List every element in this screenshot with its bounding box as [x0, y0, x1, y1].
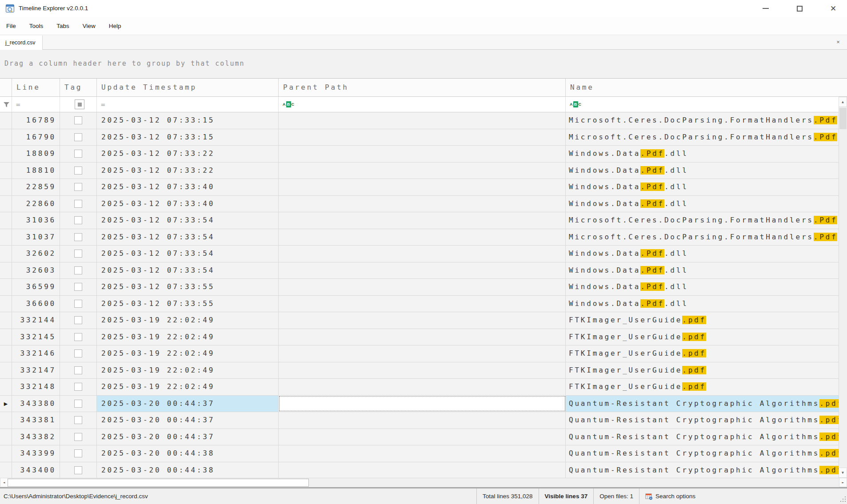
table-row[interactable]: 188092025-03-12 07:33:22Windows.Data.Pdf… [0, 146, 839, 163]
tag-checkbox[interactable] [74, 250, 82, 258]
name-cell[interactable]: Windows.Data.Pdf.dll [566, 262, 839, 279]
tag-checkbox[interactable] [74, 366, 82, 374]
minimize-button[interactable] [755, 0, 776, 17]
column-header-parent-path[interactable]: Parent Path [279, 79, 566, 96]
name-cell[interactable]: Quantum-Resistant Cryptographic Algorith… [566, 396, 839, 412]
name-cell[interactable]: Microsoft.Ceres.DocParsing.FormatHandler… [566, 112, 839, 129]
line-cell[interactable]: 31037 [12, 229, 60, 246]
timestamp-cell[interactable]: 2025-03-20 00:44:37 [97, 429, 279, 445]
table-row[interactable]: 310362025-03-12 07:33:54Microsoft.Ceres.… [0, 212, 839, 229]
filter-update-timestamp[interactable]: = [97, 97, 279, 112]
parent-path-cell[interactable] [279, 262, 566, 279]
tag-checkbox[interactable] [74, 316, 82, 324]
parent-path-cell[interactable] [279, 396, 566, 412]
line-cell[interactable]: 332148 [12, 379, 60, 395]
parent-path-cell[interactable] [279, 212, 566, 229]
table-row[interactable]: 326022025-03-12 07:33:54Windows.Data.Pdf… [0, 246, 839, 262]
resize-grip-icon[interactable] [839, 495, 846, 502]
tab-close-icon[interactable]: × [834, 38, 843, 47]
tag-checkbox[interactable] [74, 133, 82, 141]
line-cell[interactable]: 343399 [12, 445, 60, 462]
timestamp-cell[interactable]: 2025-03-12 07:33:54 [97, 229, 279, 246]
line-cell[interactable]: 332145 [12, 329, 60, 345]
table-row[interactable]: 366002025-03-12 07:33:55Windows.Data.Pdf… [0, 296, 839, 313]
name-cell[interactable]: Windows.Data.Pdf.dll [566, 163, 839, 179]
tag-checkbox[interactable] [74, 333, 82, 341]
timestamp-cell[interactable]: 2025-03-12 07:33:40 [97, 179, 279, 195]
group-by-panel[interactable]: Drag a column header here to group by th… [0, 50, 847, 79]
timestamp-cell[interactable]: 2025-03-12 07:33:22 [97, 146, 279, 162]
parent-path-cell[interactable] [279, 129, 566, 146]
menu-item-help[interactable]: Help [108, 21, 122, 31]
parent-path-cell[interactable] [279, 163, 566, 179]
timestamp-cell[interactable]: 2025-03-12 07:33:54 [97, 212, 279, 229]
table-row[interactable]: 3433822025-03-20 00:44:37Quantum-Resista… [0, 429, 839, 446]
name-cell[interactable]: Quantum-Resistant Cryptographic Algorith… [566, 412, 839, 429]
timestamp-cell[interactable]: 2025-03-19 22:02:49 [97, 345, 279, 362]
timestamp-cell[interactable]: 2025-03-12 07:33:55 [97, 296, 279, 312]
tag-checkbox[interactable] [74, 216, 82, 224]
table-row[interactable]: 326032025-03-12 07:33:54Windows.Data.Pdf… [0, 262, 839, 279]
line-cell[interactable]: 18810 [12, 163, 60, 179]
column-header-update-timestamp[interactable]: Update Timestamp [97, 79, 279, 96]
column-header-tag[interactable]: Tag [60, 79, 97, 96]
table-row[interactable]: 228592025-03-12 07:33:40Windows.Data.Pdf… [0, 179, 839, 196]
horizontal-scrollbar[interactable]: ◄ ► [0, 478, 847, 487]
filter-name[interactable]: ABC [566, 97, 839, 112]
horizontal-scroll-thumb[interactable] [8, 479, 309, 487]
line-cell[interactable]: 22859 [12, 179, 60, 195]
timestamp-cell[interactable]: 2025-03-20 00:44:38 [97, 462, 279, 478]
line-cell[interactable]: 343382 [12, 429, 60, 445]
parent-path-cell[interactable] [279, 179, 566, 195]
name-cell[interactable]: Microsoft.Ceres.DocParsing.FormatHandler… [566, 212, 839, 229]
tag-checkbox[interactable] [74, 283, 82, 291]
timestamp-cell[interactable]: 2025-03-12 07:33:22 [97, 163, 279, 179]
column-header-name[interactable]: Name [566, 79, 847, 96]
timestamp-cell[interactable]: 2025-03-20 00:44:37 [97, 412, 279, 429]
line-cell[interactable]: 343400 [12, 462, 60, 478]
timestamp-cell[interactable]: 2025-03-12 07:33:54 [97, 246, 279, 262]
line-cell[interactable]: 16790 [12, 129, 60, 146]
parent-path-cell[interactable] [279, 412, 566, 429]
column-header-line[interactable]: Line [12, 79, 60, 96]
line-cell[interactable]: 32602 [12, 246, 60, 262]
timestamp-cell[interactable]: 2025-03-20 00:44:38 [97, 445, 279, 462]
parent-path-cell[interactable] [279, 312, 566, 329]
tag-checkbox[interactable] [74, 349, 82, 357]
name-cell[interactable]: FTKImager_UserGuide.pdf [566, 329, 839, 345]
name-cell[interactable]: Windows.Data.Pdf.dll [566, 279, 839, 295]
parent-path-cell[interactable] [279, 345, 566, 362]
name-cell[interactable]: Windows.Data.Pdf.dll [566, 179, 839, 195]
parent-path-cell[interactable] [279, 279, 566, 295]
timestamp-cell[interactable]: 2025-03-19 22:02:49 [97, 379, 279, 395]
line-cell[interactable]: 332146 [12, 345, 60, 362]
scroll-down-icon[interactable]: ▼ [839, 468, 847, 478]
parent-path-cell[interactable] [279, 296, 566, 312]
maximize-button[interactable] [789, 0, 810, 17]
name-cell[interactable]: FTKImager_UserGuide.pdf [566, 362, 839, 379]
name-cell[interactable]: Windows.Data.Pdf.dll [566, 146, 839, 162]
parent-path-cell[interactable] [279, 429, 566, 445]
tag-checkbox[interactable] [74, 416, 82, 424]
line-cell[interactable]: 36599 [12, 279, 60, 295]
line-cell[interactable]: 31036 [12, 212, 60, 229]
close-button[interactable]: ✕ [823, 0, 843, 17]
table-row[interactable]: 365992025-03-12 07:33:55Windows.Data.Pdf… [0, 279, 839, 296]
tag-checkbox[interactable] [74, 200, 82, 208]
parent-path-cell[interactable] [279, 229, 566, 246]
table-row[interactable]: 167902025-03-12 07:33:15Microsoft.Ceres.… [0, 129, 839, 146]
table-row[interactable]: 3434002025-03-20 00:44:38Quantum-Resista… [0, 462, 839, 478]
menu-item-tabs[interactable]: Tabs [56, 21, 70, 31]
timestamp-cell[interactable]: 2025-03-19 22:02:49 [97, 312, 279, 329]
timestamp-cell[interactable]: 2025-03-12 07:33:55 [97, 279, 279, 295]
timestamp-cell[interactable]: 2025-03-19 22:02:49 [97, 362, 279, 379]
parent-path-cell[interactable] [279, 445, 566, 462]
tag-checkbox[interactable] [74, 466, 82, 474]
tag-checkbox[interactable] [74, 183, 82, 191]
table-row[interactable]: 228602025-03-12 07:33:40Windows.Data.Pdf… [0, 196, 839, 213]
table-row[interactable]: 3321472025-03-19 22:02:49FTKImager_UserG… [0, 362, 839, 379]
parent-path-cell[interactable] [279, 362, 566, 379]
scroll-up-icon[interactable]: ▲ [839, 97, 847, 107]
vertical-scroll-thumb[interactable] [839, 108, 847, 129]
line-cell[interactable]: 32603 [12, 262, 60, 279]
